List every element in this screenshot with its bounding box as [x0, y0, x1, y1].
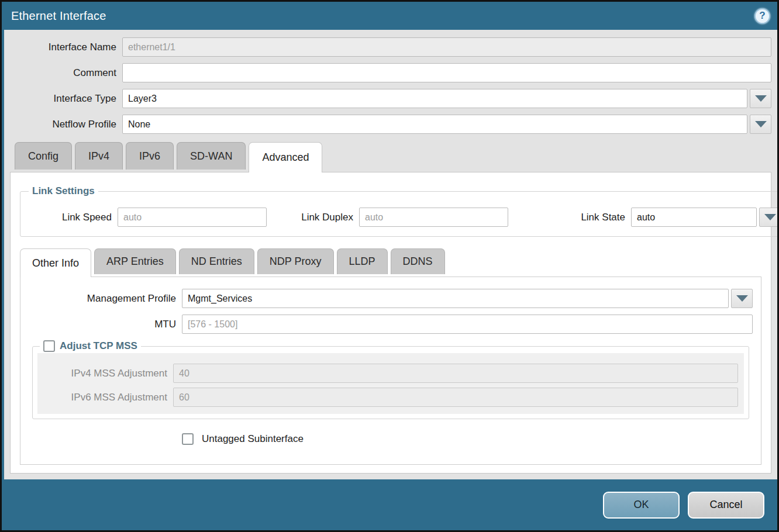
subtab-other-info[interactable]: Other Info [20, 248, 91, 277]
adjust-tcp-mss-label: Adjust TCP MSS [60, 340, 137, 352]
comment-field[interactable] [122, 63, 771, 82]
subtab-lldp[interactable]: LLDP [337, 248, 388, 274]
link-settings-row: Link Speed Link Duplex Link State [24, 208, 777, 227]
interface-name-field [122, 37, 771, 57]
comment-row: Comment [10, 63, 771, 82]
ipv4-mss-label: IPv4 MSS Adjustment [37, 368, 173, 379]
comment-label: Comment [10, 67, 122, 79]
tab-sdwan[interactable]: SD-WAN [177, 142, 246, 170]
dialog-body: Interface Name Comment Interface Type Ne… [4, 30, 777, 479]
ipv4-mss-field [173, 364, 738, 383]
subtab-arp-entries[interactable]: ARP Entries [94, 248, 176, 274]
management-profile-label: Management Profile [29, 293, 182, 305]
mtu-label: MTU [29, 319, 182, 330]
subtab-ddns[interactable]: DDNS [391, 248, 445, 274]
dialog-footer: OK Cancel [4, 479, 777, 530]
subtab-ndp-proxy[interactable]: NDP Proxy [257, 248, 334, 274]
interface-name-label: Interface Name [10, 42, 122, 53]
sub-tabstrip: Other Info ARP Entries ND Entries NDP Pr… [20, 248, 761, 277]
dialog-title: Ethernet Interface [11, 9, 106, 23]
link-settings-legend: Link Settings [29, 185, 98, 197]
interface-type-label: Interface Type [10, 93, 122, 105]
interface-name-row: Interface Name [10, 37, 771, 57]
advanced-tab-panel: Link Settings Link Speed Link Duplex Lin… [10, 172, 771, 474]
tab-advanced[interactable]: Advanced [249, 142, 322, 172]
link-state-field[interactable] [631, 208, 757, 227]
mtu-field[interactable] [182, 315, 753, 334]
other-info-panel: Management Profile MTU Adjust TCP MSS [20, 277, 761, 465]
adjust-tcp-mss-legend: Adjust TCP MSS [40, 340, 141, 352]
link-state-label: Link State [543, 212, 631, 223]
link-speed-field[interactable] [118, 208, 267, 227]
tab-ipv6[interactable]: IPv6 [126, 142, 174, 170]
mtu-row: MTU [29, 315, 753, 334]
interface-type-field[interactable] [122, 89, 747, 108]
management-profile-dropdown-button[interactable] [731, 289, 753, 308]
ipv6-mss-label: IPv6 MSS Adjustment [37, 392, 173, 403]
untagged-subinterface-label: Untagged Subinterface [202, 433, 304, 445]
subtab-nd-entries[interactable]: ND Entries [179, 248, 254, 274]
netflow-profile-dropdown-button[interactable] [750, 115, 771, 134]
main-tabstrip: Config IPv4 IPv6 SD-WAN Advanced [10, 142, 771, 172]
ipv6-mss-row: IPv6 MSS Adjustment [37, 388, 744, 407]
netflow-profile-row: Netflow Profile [10, 115, 771, 134]
management-profile-row: Management Profile [29, 289, 753, 308]
help-icon[interactable]: ? [754, 8, 770, 24]
chevron-down-icon [764, 214, 776, 220]
management-profile-field[interactable] [182, 289, 729, 308]
mss-disabled-box: IPv4 MSS Adjustment IPv6 MSS Adjustment [37, 353, 744, 414]
cancel-button[interactable]: Cancel [688, 492, 764, 519]
link-state-dropdown-button[interactable] [759, 208, 777, 227]
adjust-tcp-mss-fieldset: Adjust TCP MSS IPv4 MSS Adjustment IPv6 … [32, 340, 749, 419]
untagged-subinterface-checkbox[interactable] [182, 433, 194, 445]
ok-button[interactable]: OK [603, 492, 680, 519]
link-settings-fieldset: Link Settings Link Speed Link Duplex Lin… [20, 185, 777, 237]
link-duplex-label: Link Duplex [267, 212, 359, 223]
ethernet-interface-dialog: Ethernet Interface ? Interface Name Comm… [2, 2, 777, 530]
link-duplex-field[interactable] [359, 208, 508, 227]
chevron-down-icon [736, 295, 748, 302]
tab-config[interactable]: Config [15, 142, 72, 170]
adjust-tcp-mss-checkbox[interactable] [43, 340, 55, 352]
ipv4-mss-row: IPv4 MSS Adjustment [37, 364, 744, 383]
chevron-down-icon [755, 95, 767, 102]
interface-type-row: Interface Type [10, 89, 771, 108]
netflow-profile-field[interactable] [122, 115, 747, 134]
tab-ipv4[interactable]: IPv4 [75, 142, 123, 170]
chevron-down-icon [755, 121, 767, 127]
screen: Ethernet Interface ? Interface Name Comm… [0, 0, 779, 532]
interface-type-dropdown-button[interactable] [750, 89, 771, 108]
untagged-subinterface-row: Untagged Subinterface [182, 433, 753, 445]
netflow-profile-label: Netflow Profile [10, 119, 122, 130]
dialog-titlebar: Ethernet Interface ? [4, 2, 777, 30]
link-speed-label: Link Speed [24, 212, 118, 223]
ipv6-mss-field [173, 388, 738, 407]
